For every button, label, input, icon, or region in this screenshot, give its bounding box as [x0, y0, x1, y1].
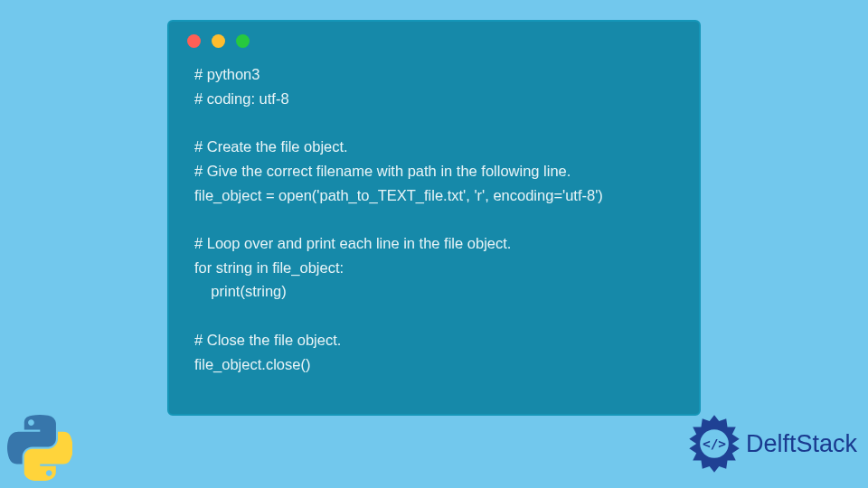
- code-line: # python3: [194, 62, 674, 87]
- code-line: # Create the file object.: [194, 135, 674, 159]
- window-controls: [169, 22, 699, 57]
- code-line: file_object.close(): [194, 352, 674, 377]
- code-line: for string in file_object:: [194, 256, 674, 280]
- delftstack-brand: </> DelftStack: [684, 414, 857, 474]
- code-line: # coding: utf-8: [194, 87, 674, 111]
- code-blank: [194, 207, 674, 231]
- code-blank: [194, 304, 674, 328]
- delftstack-label: DelftStack: [746, 430, 857, 458]
- code-line: file_object = open('path_to_TEXT_file.tx…: [194, 183, 674, 208]
- maximize-dot-icon: [236, 34, 250, 48]
- code-content: # python3 # coding: utf-8 # Create the f…: [169, 57, 699, 394]
- code-line: print(string): [194, 279, 674, 304]
- python-logo-icon: [7, 414, 72, 481]
- close-dot-icon: [187, 34, 201, 48]
- code-window: # python3 # coding: utf-8 # Create the f…: [167, 20, 701, 416]
- svg-text:</>: </>: [703, 436, 726, 451]
- code-line: # Loop over and print each line in the f…: [194, 231, 674, 256]
- minimize-dot-icon: [212, 34, 225, 48]
- code-blank: [194, 110, 674, 135]
- delftstack-emblem-icon: </>: [684, 414, 744, 474]
- code-line: # Give the correct filename with path in…: [194, 159, 674, 183]
- code-line: # Close the file object.: [194, 328, 674, 352]
